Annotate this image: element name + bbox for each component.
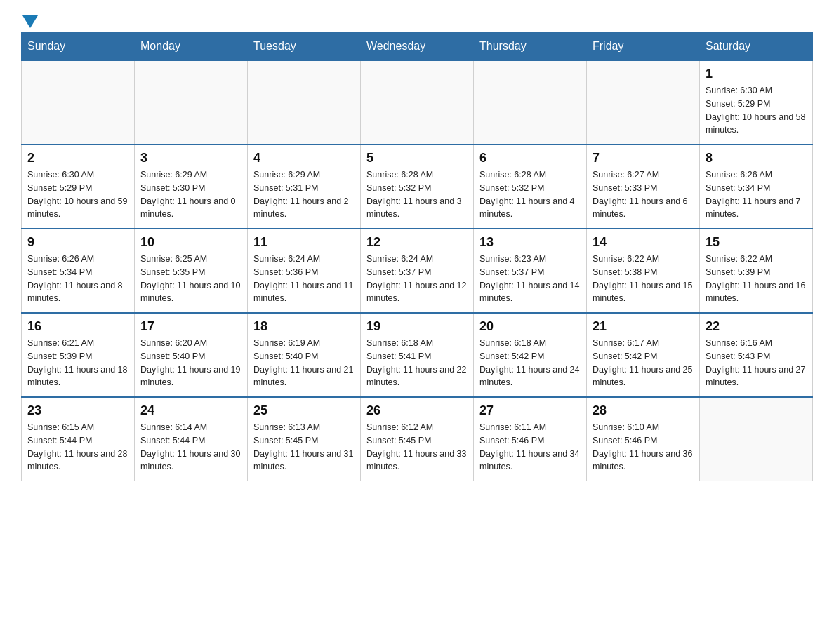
- day-number: 28: [593, 403, 694, 418]
- calendar-day-cell: 17Sunrise: 6:20 AMSunset: 5:40 PMDayligh…: [135, 313, 248, 397]
- day-info: Sunrise: 6:26 AMSunset: 5:34 PMDaylight:…: [706, 168, 807, 221]
- calendar-day-cell: 14Sunrise: 6:22 AMSunset: 5:38 PMDayligh…: [587, 229, 700, 313]
- weekday-header: Thursday: [474, 33, 587, 61]
- logo-arrow-icon: [22, 15, 38, 28]
- day-number: 24: [140, 403, 241, 418]
- calendar-day-cell: 26Sunrise: 6:12 AMSunset: 5:45 PMDayligh…: [361, 397, 474, 481]
- page-header: [21, 14, 813, 25]
- day-number: 26: [366, 403, 468, 418]
- day-number: 16: [27, 319, 128, 334]
- weekday-header: Saturday: [700, 33, 813, 61]
- calendar-day-cell: 23Sunrise: 6:15 AMSunset: 5:44 PMDayligh…: [22, 397, 135, 481]
- calendar-day-cell: 13Sunrise: 6:23 AMSunset: 5:37 PMDayligh…: [474, 229, 587, 313]
- calendar-day-cell: 10Sunrise: 6:25 AMSunset: 5:35 PMDayligh…: [135, 229, 248, 313]
- day-number: 20: [479, 319, 581, 334]
- calendar-week-row: 23Sunrise: 6:15 AMSunset: 5:44 PMDayligh…: [22, 397, 813, 481]
- calendar-day-cell: 28Sunrise: 6:10 AMSunset: 5:46 PMDayligh…: [587, 397, 700, 481]
- logo-general-text: [21, 14, 38, 28]
- calendar-day-cell: 12Sunrise: 6:24 AMSunset: 5:37 PMDayligh…: [361, 229, 474, 313]
- day-info: Sunrise: 6:24 AMSunset: 5:36 PMDaylight:…: [253, 253, 355, 305]
- calendar-day-cell: 20Sunrise: 6:18 AMSunset: 5:42 PMDayligh…: [474, 313, 587, 397]
- day-info: Sunrise: 6:10 AMSunset: 5:46 PMDaylight:…: [593, 421, 694, 474]
- day-info: Sunrise: 6:30 AMSunset: 5:29 PMDaylight:…: [27, 168, 128, 221]
- day-number: 1: [706, 67, 807, 81]
- day-number: 25: [253, 403, 355, 418]
- weekday-header: Friday: [587, 33, 700, 61]
- day-number: 4: [253, 151, 355, 166]
- day-info: Sunrise: 6:19 AMSunset: 5:40 PMDaylight:…: [253, 337, 355, 389]
- day-info: Sunrise: 6:22 AMSunset: 5:38 PMDaylight:…: [593, 253, 694, 305]
- logo: [21, 14, 38, 25]
- calendar-day-cell: [248, 60, 361, 145]
- day-number: 15: [706, 235, 807, 250]
- calendar-day-cell: 3Sunrise: 6:29 AMSunset: 5:30 PMDaylight…: [135, 145, 248, 229]
- day-info: Sunrise: 6:17 AMSunset: 5:42 PMDaylight:…: [593, 337, 694, 389]
- calendar-day-cell: 16Sunrise: 6:21 AMSunset: 5:39 PMDayligh…: [22, 313, 135, 397]
- day-number: 10: [140, 235, 241, 250]
- day-info: Sunrise: 6:14 AMSunset: 5:44 PMDaylight:…: [140, 421, 241, 474]
- day-info: Sunrise: 6:30 AMSunset: 5:29 PMDaylight:…: [706, 84, 807, 137]
- day-info: Sunrise: 6:18 AMSunset: 5:41 PMDaylight:…: [366, 337, 468, 389]
- calendar-day-cell: [587, 60, 700, 145]
- day-number: 22: [706, 319, 807, 334]
- calendar-day-cell: 19Sunrise: 6:18 AMSunset: 5:41 PMDayligh…: [361, 313, 474, 397]
- day-info: Sunrise: 6:11 AMSunset: 5:46 PMDaylight:…: [479, 421, 581, 474]
- day-number: 21: [593, 319, 694, 334]
- day-info: Sunrise: 6:16 AMSunset: 5:43 PMDaylight:…: [706, 337, 807, 389]
- day-info: Sunrise: 6:21 AMSunset: 5:39 PMDaylight:…: [27, 337, 128, 389]
- day-info: Sunrise: 6:26 AMSunset: 5:34 PMDaylight:…: [27, 253, 128, 305]
- calendar-table: SundayMondayTuesdayWednesdayThursdayFrid…: [21, 32, 813, 481]
- day-number: 19: [366, 319, 468, 334]
- weekday-header: Sunday: [22, 33, 135, 61]
- calendar-day-cell: 11Sunrise: 6:24 AMSunset: 5:36 PMDayligh…: [248, 229, 361, 313]
- day-info: Sunrise: 6:24 AMSunset: 5:37 PMDaylight:…: [366, 253, 468, 305]
- day-info: Sunrise: 6:20 AMSunset: 5:40 PMDaylight:…: [140, 337, 241, 389]
- calendar-day-cell: 4Sunrise: 6:29 AMSunset: 5:31 PMDaylight…: [248, 145, 361, 229]
- day-info: Sunrise: 6:29 AMSunset: 5:31 PMDaylight:…: [253, 168, 355, 221]
- calendar-week-row: 16Sunrise: 6:21 AMSunset: 5:39 PMDayligh…: [22, 313, 813, 397]
- day-number: 5: [366, 151, 468, 166]
- day-info: Sunrise: 6:23 AMSunset: 5:37 PMDaylight:…: [479, 253, 581, 305]
- calendar-day-cell: 15Sunrise: 6:22 AMSunset: 5:39 PMDayligh…: [700, 229, 813, 313]
- calendar-week-row: 2Sunrise: 6:30 AMSunset: 5:29 PMDaylight…: [22, 145, 813, 229]
- day-info: Sunrise: 6:12 AMSunset: 5:45 PMDaylight:…: [366, 421, 468, 474]
- day-number: 12: [366, 235, 468, 250]
- calendar-day-cell: [22, 60, 135, 145]
- day-info: Sunrise: 6:28 AMSunset: 5:32 PMDaylight:…: [366, 168, 468, 221]
- calendar-week-row: 1Sunrise: 6:30 AMSunset: 5:29 PMDaylight…: [22, 60, 813, 145]
- day-info: Sunrise: 6:29 AMSunset: 5:30 PMDaylight:…: [140, 168, 241, 221]
- calendar-day-cell: 22Sunrise: 6:16 AMSunset: 5:43 PMDayligh…: [700, 313, 813, 397]
- calendar-day-cell: [700, 397, 813, 481]
- day-number: 18: [253, 319, 355, 334]
- day-number: 7: [593, 151, 694, 166]
- day-number: 17: [140, 319, 241, 334]
- calendar-day-cell: 5Sunrise: 6:28 AMSunset: 5:32 PMDaylight…: [361, 145, 474, 229]
- calendar-day-cell: 1Sunrise: 6:30 AMSunset: 5:29 PMDaylight…: [700, 60, 813, 145]
- weekday-header: Tuesday: [248, 33, 361, 61]
- day-info: Sunrise: 6:15 AMSunset: 5:44 PMDaylight:…: [27, 421, 128, 474]
- day-info: Sunrise: 6:13 AMSunset: 5:45 PMDaylight:…: [253, 421, 355, 474]
- svg-marker-0: [22, 15, 38, 28]
- day-number: 23: [27, 403, 128, 418]
- calendar-day-cell: 8Sunrise: 6:26 AMSunset: 5:34 PMDaylight…: [700, 145, 813, 229]
- weekday-header: Wednesday: [361, 33, 474, 61]
- calendar-day-cell: 2Sunrise: 6:30 AMSunset: 5:29 PMDaylight…: [22, 145, 135, 229]
- calendar-day-cell: 7Sunrise: 6:27 AMSunset: 5:33 PMDaylight…: [587, 145, 700, 229]
- calendar-day-cell: [135, 60, 248, 145]
- calendar-day-cell: 18Sunrise: 6:19 AMSunset: 5:40 PMDayligh…: [248, 313, 361, 397]
- calendar-day-cell: 27Sunrise: 6:11 AMSunset: 5:46 PMDayligh…: [474, 397, 587, 481]
- day-number: 2: [27, 151, 128, 166]
- calendar-day-cell: 6Sunrise: 6:28 AMSunset: 5:32 PMDaylight…: [474, 145, 587, 229]
- calendar-day-cell: [361, 60, 474, 145]
- day-info: Sunrise: 6:27 AMSunset: 5:33 PMDaylight:…: [593, 168, 694, 221]
- calendar-day-cell: 24Sunrise: 6:14 AMSunset: 5:44 PMDayligh…: [135, 397, 248, 481]
- day-number: 14: [593, 235, 694, 250]
- calendar-week-row: 9Sunrise: 6:26 AMSunset: 5:34 PMDaylight…: [22, 229, 813, 313]
- day-info: Sunrise: 6:18 AMSunset: 5:42 PMDaylight:…: [479, 337, 581, 389]
- calendar-day-cell: 9Sunrise: 6:26 AMSunset: 5:34 PMDaylight…: [22, 229, 135, 313]
- day-number: 9: [27, 235, 128, 250]
- day-number: 11: [253, 235, 355, 250]
- day-number: 3: [140, 151, 241, 166]
- day-number: 6: [479, 151, 581, 166]
- calendar-day-cell: [474, 60, 587, 145]
